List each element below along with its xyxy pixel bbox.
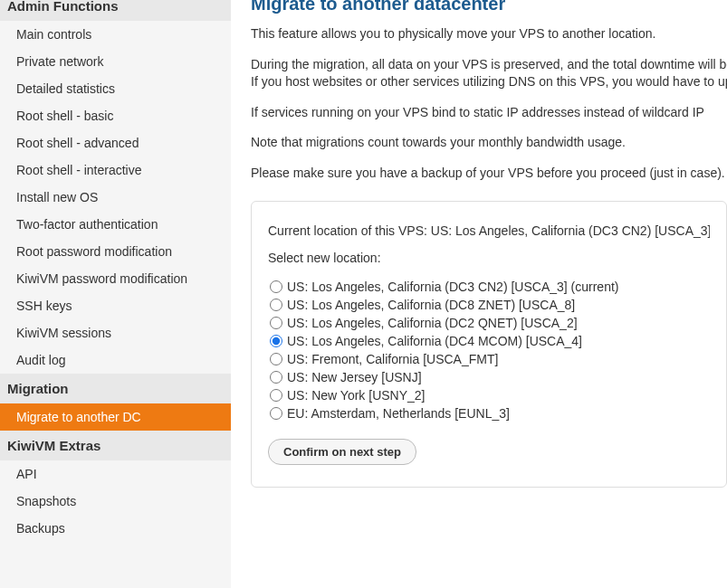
location-radio-usny2[interactable] bbox=[270, 389, 282, 402]
current-location-value: US: Los Angeles, California (DC3 CN2) [U… bbox=[431, 223, 710, 238]
intro-para-2: During the migration, all data on your V… bbox=[251, 56, 727, 91]
sidebar-item-snapshots[interactable]: Snapshots bbox=[0, 488, 231, 515]
intro-para-5: Please make sure you have a backup of yo… bbox=[251, 165, 727, 183]
sidebar-header-admin: Admin Functions bbox=[0, 0, 231, 21]
migration-panel: Current location of this VPS: US: Los An… bbox=[251, 201, 727, 488]
location-option-row[interactable]: US: Los Angeles, California (DC4 MCOM) [… bbox=[268, 332, 710, 350]
sidebar-item-kiwivm-password-mod[interactable]: KiwiVM password modification bbox=[0, 265, 231, 292]
location-radio-label: US: Los Angeles, California (DC4 MCOM) [… bbox=[287, 334, 582, 348]
page-title: Migrate to another datacenter bbox=[251, 0, 727, 14]
location-radio-label: EU: Amsterdam, Netherlands [EUNL_3] bbox=[287, 406, 510, 421]
intro-para-4: Note that migrations count towards your … bbox=[251, 134, 727, 152]
select-location-label: Select new location: bbox=[268, 251, 710, 265]
location-radio-usnj[interactable] bbox=[270, 371, 282, 384]
sidebar-item-api[interactable]: API bbox=[0, 460, 231, 488]
sidebar-header-migration: Migration bbox=[0, 374, 231, 403]
sidebar-item-audit-log[interactable]: Audit log bbox=[0, 346, 231, 374]
sidebar-item-detailed-statistics[interactable]: Detailed statistics bbox=[0, 75, 231, 102]
location-option-row[interactable]: US: New Jersey [USNJ] bbox=[268, 368, 710, 386]
sidebar-item-backups[interactable]: Backups bbox=[0, 515, 231, 542]
current-location-line: Current location of this VPS: US: Los An… bbox=[268, 223, 710, 238]
location-radio-label: US: New Jersey [USNJ] bbox=[287, 370, 422, 384]
location-radio-usca3[interactable] bbox=[270, 280, 282, 293]
location-radio-usca8[interactable] bbox=[270, 299, 282, 311]
sidebar-item-main-controls[interactable]: Main controls bbox=[0, 21, 231, 48]
location-radio-label: US: Los Angeles, California (DC2 QNET) [… bbox=[287, 316, 578, 330]
location-option-row[interactable]: US: New York [USNY_2] bbox=[268, 386, 710, 404]
intro-para-2b: If you host websites or other services u… bbox=[251, 74, 727, 89]
location-option-row[interactable]: US: Los Angeles, California (DC8 ZNET) [… bbox=[268, 296, 710, 314]
sidebar-item-two-factor-auth[interactable]: Two-factor authentication bbox=[0, 211, 231, 238]
main-content: Migrate to another datacenter This featu… bbox=[231, 0, 727, 588]
sidebar-item-kiwivm-sessions[interactable]: KiwiVM sessions bbox=[0, 319, 231, 346]
sidebar-item-root-shell-basic[interactable]: Root shell - basic bbox=[0, 102, 231, 129]
location-radio-label: US: Los Angeles, California (DC3 CN2) [U… bbox=[287, 280, 618, 294]
sidebar-item-root-password-mod[interactable]: Root password modification bbox=[0, 238, 231, 265]
location-option-row[interactable]: US: Los Angeles, California (DC2 QNET) [… bbox=[268, 314, 710, 332]
sidebar-item-install-new-os[interactable]: Install new OS bbox=[0, 184, 231, 211]
location-radio-uscafmt[interactable] bbox=[270, 353, 282, 365]
intro-para-2a: During the migration, all data on your V… bbox=[251, 57, 727, 71]
location-radio-eunl3[interactable] bbox=[270, 407, 282, 420]
sidebar-header-extras: KiwiVM Extras bbox=[0, 431, 231, 460]
location-option-row[interactable]: EU: Amsterdam, Netherlands [EUNL_3] bbox=[268, 404, 710, 422]
intro-para-3: If services running on your VPS bind to … bbox=[251, 104, 727, 122]
confirm-button[interactable]: Confirm on next step bbox=[268, 439, 416, 465]
sidebar-item-migrate-dc[interactable]: Migrate to another DC bbox=[0, 403, 231, 431]
current-location-label: Current location of this VPS: bbox=[268, 223, 431, 238]
location-radio-label: US: Fremont, California [USCA_FMT] bbox=[287, 352, 498, 366]
location-option-row[interactable]: US: Fremont, California [USCA_FMT] bbox=[268, 350, 710, 368]
sidebar-item-private-network[interactable]: Private network bbox=[0, 48, 231, 75]
sidebar-item-root-shell-interactive[interactable]: Root shell - interactive bbox=[0, 156, 231, 184]
location-radio-label: US: Los Angeles, California (DC8 ZNET) [… bbox=[287, 298, 575, 312]
location-radio-label: US: New York [USNY_2] bbox=[287, 388, 426, 403]
intro-para-1: This feature allows you to physically mo… bbox=[251, 25, 727, 43]
location-radio-usca4[interactable] bbox=[270, 335, 282, 347]
sidebar-item-root-shell-advanced[interactable]: Root shell - advanced bbox=[0, 129, 231, 156]
sidebar-item-ssh-keys[interactable]: SSH keys bbox=[0, 292, 231, 319]
location-option-row[interactable]: US: Los Angeles, California (DC3 CN2) [U… bbox=[268, 278, 710, 296]
sidebar: Admin Functions Main controls Private ne… bbox=[0, 0, 231, 588]
location-radio-usca2[interactable] bbox=[270, 317, 282, 329]
